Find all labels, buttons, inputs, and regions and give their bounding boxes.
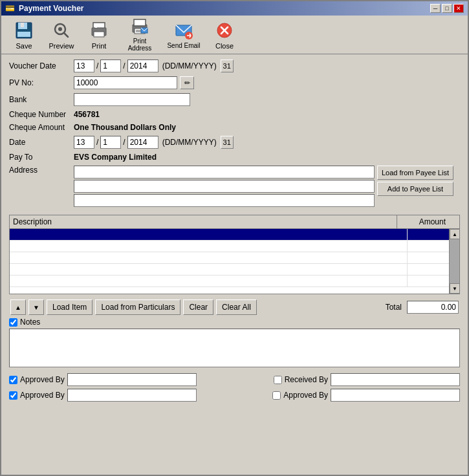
table-row[interactable] [10, 264, 459, 276]
table-cell-desc-5 [10, 276, 408, 287]
address-lines [74, 166, 375, 207]
items-table: Description Amount [9, 215, 460, 294]
load-item-button[interactable]: Load Item [47, 299, 93, 315]
close-window-button[interactable]: ✕ [453, 4, 464, 13]
save-icon [14, 20, 34, 41]
date-inputs: / / (DD/MM/YYYY) 31 [74, 136, 234, 149]
pv-no-input[interactable] [74, 76, 177, 89]
table-body [10, 229, 459, 294]
cheque-number-value: 456781 [74, 110, 100, 119]
address-row: Address Load from Payee List Add to Paye… [9, 166, 460, 211]
date-month[interactable] [100, 136, 121, 149]
approved-by-right-input[interactable] [331, 389, 460, 402]
cheque-amount-label: Cheque Amount [9, 123, 74, 132]
col-amount-header: Amount [397, 215, 449, 228]
date-year[interactable] [127, 136, 158, 149]
total-label: Total [386, 303, 404, 312]
voucher-date-row: Voucher Date / / (DD/MM/YYYY) 31 [9, 60, 460, 72]
footer-approved-by-right: Approved By [272, 389, 460, 402]
pv-no-label: PV No: [9, 78, 74, 87]
clear-all-button[interactable]: Clear All [216, 299, 257, 315]
voucher-date-year[interactable] [127, 60, 158, 72]
svg-rect-2 [21, 23, 24, 27]
voucher-date-calendar-button[interactable]: 31 [221, 60, 234, 72]
bottom-toolbar: ▲ ▼ Load Item Load from Particulars Clea… [9, 297, 460, 318]
save-button[interactable]: Save [6, 18, 41, 52]
print-icon [89, 20, 109, 41]
date-format: (DD/MM/YYYY) [162, 138, 217, 147]
address-area: Load from Payee List Add to Payee List [74, 166, 453, 207]
approved-by-1-label: Approved By [20, 375, 65, 384]
notes-textarea[interactable] [9, 329, 460, 367]
approved-by-2-checkbox[interactable] [9, 391, 17, 400]
date-label: Date [9, 138, 74, 147]
move-down-button[interactable]: ▼ [28, 299, 44, 315]
cheque-number-row: Cheque Number 456781 [9, 110, 460, 119]
footer-received-by: Received By [274, 373, 460, 386]
pv-no-edit-button[interactable]: ✏ [180, 76, 194, 89]
print-button[interactable]: Print [82, 18, 116, 52]
approved-by-right-checkbox[interactable] [272, 391, 281, 400]
send-email-label: Send Email [167, 42, 200, 49]
pay-to-row: Pay To EVS Company Limited [9, 153, 460, 162]
notes-section: Notes [9, 318, 460, 369]
voucher-date-sep2: / [122, 61, 125, 70]
title-buttons: ─ □ ✕ [430, 4, 464, 13]
col-description-header: Description [10, 215, 397, 228]
notes-header: Notes [9, 318, 460, 327]
scroll-down-button[interactable]: ▼ [450, 283, 460, 294]
scroll-track [450, 239, 459, 283]
toolbar-close-button[interactable]: Close [207, 18, 242, 52]
bank-input[interactable] [74, 93, 190, 106]
preview-button[interactable]: Preview [44, 18, 79, 52]
notes-checkbox[interactable] [9, 318, 17, 327]
table-cell-desc-1 [10, 229, 408, 240]
table-row[interactable] [10, 252, 459, 264]
print-address-button[interactable]: Print Address [119, 18, 160, 52]
approved-by-1-input[interactable] [67, 373, 197, 386]
add-to-payee-list-button[interactable]: Add to Payee List [377, 182, 453, 196]
address-line3[interactable] [74, 194, 375, 207]
received-by-label: Received By [285, 375, 328, 384]
send-email-button[interactable]: Send Email [163, 18, 204, 52]
date-day[interactable] [74, 136, 94, 149]
voucher-date-month[interactable] [100, 60, 121, 72]
voucher-date-inputs: / / (DD/MM/YYYY) 31 [74, 60, 234, 72]
title-bar-left: 💳 Payment Voucher [5, 4, 83, 13]
pv-no-row: PV No: ✏ [9, 76, 460, 89]
scroll-up-button[interactable]: ▲ [450, 229, 460, 239]
minimize-button[interactable]: ─ [430, 4, 441, 13]
address-line1[interactable] [74, 166, 375, 178]
window-icon: 💳 [5, 4, 15, 13]
date-sep1: / [96, 138, 99, 147]
date-calendar-button[interactable]: 31 [221, 136, 234, 149]
maximize-button[interactable]: □ [442, 4, 452, 13]
cheque-amount-row: Cheque Amount One Thousand Dollars Only [9, 123, 460, 132]
voucher-date-day[interactable] [74, 60, 94, 72]
load-from-payee-list-button[interactable]: Load from Payee List [377, 166, 453, 180]
received-by-checkbox[interactable] [274, 376, 282, 384]
date-sep2: / [122, 138, 125, 147]
voucher-date-sep1: / [96, 61, 99, 70]
approved-by-right-label: Approved By [283, 391, 328, 400]
table-row[interactable] [10, 241, 459, 252]
approved-by-2-input[interactable] [67, 389, 197, 402]
table-header: Description Amount [10, 215, 459, 229]
approved-by-1-checkbox[interactable] [9, 376, 17, 384]
svg-line-6 [64, 33, 68, 37]
pay-to-label: Pay To [9, 153, 74, 162]
table-row[interactable] [10, 229, 459, 241]
address-line2[interactable] [74, 180, 375, 193]
load-from-particulars-button[interactable]: Load from Particulars [95, 299, 180, 315]
footer-row-1: Approved By Received By [9, 373, 460, 386]
title-bar: 💳 Payment Voucher ─ □ ✕ [1, 1, 468, 16]
svg-point-5 [58, 27, 62, 31]
cheque-number-label: Cheque Number [9, 110, 74, 119]
table-cell-desc-3 [10, 252, 408, 263]
footer-row-2: Approved By Approved By [9, 389, 460, 402]
move-up-button[interactable]: ▲ [10, 299, 26, 315]
clear-button[interactable]: Clear [183, 299, 213, 315]
table-row[interactable] [10, 276, 459, 287]
received-by-input[interactable] [331, 373, 460, 386]
voucher-date-format: (DD/MM/YYYY) [162, 61, 217, 70]
